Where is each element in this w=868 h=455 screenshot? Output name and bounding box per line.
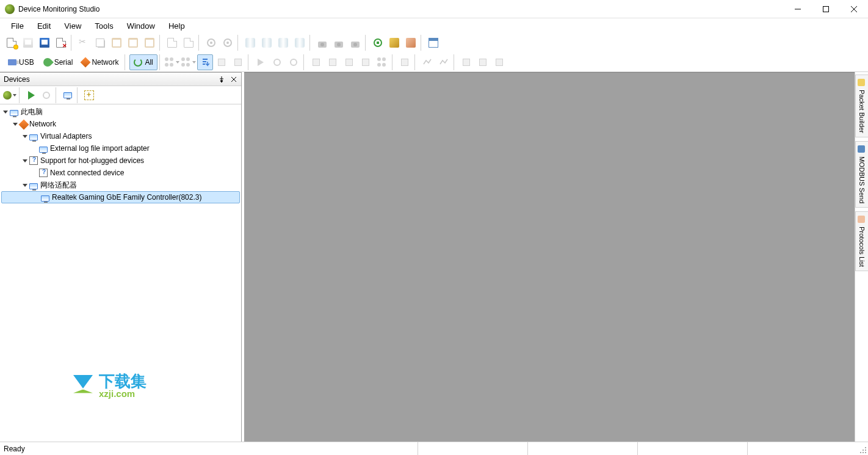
toolbar-filter: USB Serial Network All — [0, 53, 868, 72]
tree-label: External log file import adapter — [50, 144, 150, 153]
toolbar-separator — [365, 35, 368, 51]
tree-twisty[interactable] — [3, 111, 8, 114]
group-button-2[interactable] — [181, 54, 197, 70]
target-button-1[interactable] — [203, 35, 219, 51]
paste-button[interactable] — [109, 35, 125, 51]
folder-button-1[interactable] — [458, 54, 474, 70]
tree-node-hotplug[interactable]: Support for hot-plugged devices — [0, 155, 241, 167]
cube-yellow-button[interactable] — [386, 35, 402, 51]
tree-label: Network — [29, 120, 56, 128]
panel-play-button[interactable] — [24, 88, 38, 103]
group-button-1[interactable] — [164, 54, 180, 70]
minimize-button[interactable] — [784, 0, 812, 18]
tab-packet-builder[interactable]: Packet Builder — [855, 75, 868, 137]
cut-button[interactable] — [76, 35, 92, 51]
panel-close-button[interactable] — [229, 75, 239, 84]
tree-twisty[interactable] — [23, 159, 27, 162]
cylinder-button-3[interactable] — [275, 35, 291, 51]
status-text: Ready — [4, 445, 25, 453]
svg-point-6 — [865, 452, 866, 453]
tab-protocols-list[interactable]: Protocols List — [855, 211, 868, 271]
clipboard-list-button[interactable] — [142, 35, 157, 51]
status-cell-4 — [747, 442, 857, 455]
tree-node-network[interactable]: Network — [0, 118, 241, 130]
cylinder-button-2[interactable] — [259, 35, 275, 51]
tool-button-a1[interactable] — [308, 54, 324, 70]
close-button[interactable] — [840, 0, 868, 18]
devices-panel-toolbar — [0, 86, 241, 104]
tree-label: Virtual Adapters — [40, 132, 92, 140]
tree-twisty[interactable] — [23, 184, 27, 187]
maximize-button[interactable] — [812, 0, 840, 18]
devices-tree[interactable]: 此电脑 Network Virtual Adapters External lo… — [0, 104, 241, 442]
menu-edit[interactable]: Edit — [31, 20, 57, 32]
resize-grip[interactable] — [857, 442, 868, 455]
tree-node-virtual-adapters[interactable]: Virtual Adapters — [0, 130, 241, 142]
filter-network-button[interactable]: Network — [78, 54, 123, 70]
chart-button-2[interactable] — [436, 54, 452, 70]
filter-usb-button[interactable]: USB — [4, 54, 38, 70]
menu-tools[interactable]: Tools — [89, 20, 119, 32]
menu-window[interactable]: Window — [121, 20, 161, 32]
globe-button[interactable] — [2, 88, 17, 103]
tool-button-a2[interactable] — [325, 54, 341, 70]
status-cell-1 — [418, 442, 527, 455]
panel-stop-button[interactable] — [39, 88, 54, 103]
menu-help[interactable]: Help — [162, 20, 191, 32]
content-area — [244, 72, 855, 442]
tree-twisty[interactable] — [23, 135, 27, 138]
record-button[interactable] — [269, 54, 285, 70]
camera-button-2[interactable] — [331, 35, 347, 51]
tool-button-a4[interactable] — [358, 54, 374, 70]
close-file-button[interactable] — [53, 35, 69, 51]
camera-button-1[interactable] — [314, 35, 330, 51]
tab-modbus-send[interactable]: MODBUS Send — [855, 141, 868, 208]
paste-special-button[interactable] — [125, 35, 141, 51]
panel-refresh-button[interactable] — [60, 88, 75, 103]
network-icon — [81, 57, 91, 67]
tool-button-b1[interactable] — [397, 54, 413, 70]
page-button-2[interactable] — [181, 35, 197, 51]
folder-button-3[interactable] — [491, 54, 507, 70]
save-all-button[interactable] — [37, 35, 52, 51]
toolbar-separator — [159, 54, 162, 70]
protocols-icon — [858, 216, 866, 224]
new-file-button[interactable] — [4, 35, 20, 51]
folder-button-2[interactable] — [475, 54, 491, 70]
svg-point-8 — [863, 452, 864, 453]
toolbar-separator — [19, 87, 22, 103]
menu-view[interactable]: View — [58, 20, 87, 32]
cylinder-button-1[interactable] — [242, 35, 258, 51]
filter-serial-button[interactable]: Serial — [39, 54, 78, 70]
tree-node-realtek[interactable]: Realtek Gaming GbE Family Controller(802… — [1, 191, 240, 203]
cylinder-button-4[interactable] — [292, 35, 308, 51]
page-button-1[interactable] — [164, 35, 180, 51]
watermark-text-2: xzji.com — [99, 389, 146, 398]
block-button-2[interactable] — [230, 54, 246, 70]
tree-node-net-adapters[interactable]: 网络适配器 — [0, 179, 241, 191]
play-button[interactable] — [253, 54, 269, 70]
monitor-icon — [39, 147, 48, 153]
stop-button[interactable] — [286, 54, 302, 70]
tree-twisty[interactable] — [13, 123, 18, 126]
block-button-1[interactable] — [214, 54, 230, 70]
tree-node-computer[interactable]: 此电脑 — [0, 106, 241, 118]
target-button-2[interactable] — [220, 35, 236, 51]
tree-node-external-log[interactable]: External log file import adapter — [0, 142, 241, 155]
save-button[interactable] — [20, 35, 36, 51]
tree-node-next-connected[interactable]: Next connected device — [0, 167, 241, 179]
copy-button[interactable] — [92, 35, 108, 51]
panel-pin-button[interactable] — [217, 75, 226, 84]
tool-button-a5[interactable] — [374, 54, 390, 70]
network-icon — [19, 120, 29, 130]
camera-button-3[interactable] — [347, 35, 363, 51]
panel-new-window-button[interactable] — [82, 88, 96, 103]
chart-button-1[interactable] — [419, 54, 435, 70]
window-layout-button[interactable] — [425, 35, 441, 51]
tool-button-a3[interactable] — [341, 54, 357, 70]
filter-all-button[interactable]: All — [129, 54, 157, 70]
cube-pink-button[interactable] — [403, 35, 419, 51]
menu-file[interactable]: File — [5, 20, 30, 32]
refresh-button[interactable] — [370, 35, 386, 51]
sort-button[interactable] — [197, 54, 213, 70]
